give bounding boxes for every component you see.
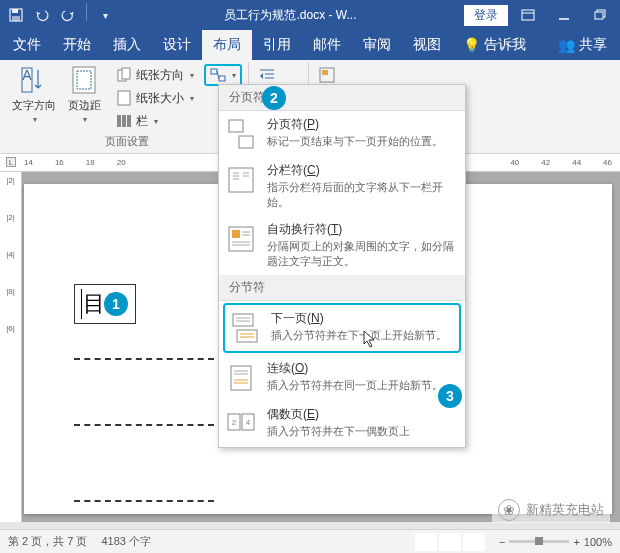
minimize-icon[interactable] [548, 3, 580, 27]
section-header: 分节符 [219, 275, 465, 301]
restore-icon[interactable] [584, 3, 616, 27]
column-break-item[interactable]: 分栏符(C)指示分栏符后面的文字将从下一栏开始。 [219, 157, 465, 216]
svg-rect-18 [211, 69, 217, 74]
qat-customize-icon[interactable]: ▾ [93, 3, 117, 27]
svg-rect-27 [322, 70, 328, 75]
next-page-icon [227, 310, 263, 346]
print-layout-button[interactable] [439, 533, 461, 551]
tab-mailings[interactable]: 邮件 [302, 30, 352, 60]
next-page-section-break-item[interactable]: 下一页(N)插入分节符并在下一页上开始新节。 [223, 303, 461, 353]
svg-rect-14 [118, 91, 130, 105]
even-page-section-break-item[interactable]: 24 偶数页(E)插入分节符并在下一偶数页上 [219, 401, 465, 447]
column-break-icon [223, 162, 259, 198]
read-mode-button[interactable] [415, 533, 437, 551]
position-button[interactable] [315, 64, 339, 86]
callout-3: 3 [438, 384, 462, 408]
tab-file[interactable]: 文件 [2, 30, 52, 60]
even-page-icon: 24 [223, 406, 259, 442]
svg-rect-16 [122, 115, 126, 127]
svg-rect-17 [127, 115, 131, 127]
breaks-dropdown: 分页符 分页符(P)标记一页结束与下一页开始的位置。 分栏符(C)指示分栏符后面… [218, 84, 466, 448]
page-size-icon [116, 90, 132, 106]
svg-rect-30 [229, 168, 253, 192]
svg-rect-1 [12, 9, 18, 13]
tab-design[interactable]: 设计 [152, 30, 202, 60]
tab-view[interactable]: 视图 [402, 30, 452, 60]
text-wrapping-break-item[interactable]: 自动换行符(T)分隔网页上的对象周围的文字，如分隔题注文字与正文。 [219, 216, 465, 275]
login-button[interactable]: 登录 [464, 5, 508, 26]
zoom-in-icon[interactable]: + [573, 536, 579, 548]
margins-button[interactable]: 页边距▾ [62, 64, 106, 124]
undo-icon[interactable] [30, 3, 54, 27]
web-layout-button[interactable] [463, 533, 485, 551]
tab-home[interactable]: 开始 [52, 30, 102, 60]
share-icon: 👥 [558, 37, 575, 53]
watermark: ❀ 新精英充电站 [492, 497, 610, 523]
continuous-section-break-item[interactable]: 连续(O)插入分节符并在同一页上开始新节。 [219, 355, 465, 401]
svg-rect-45 [237, 330, 257, 342]
tab-references[interactable]: 引用 [252, 30, 302, 60]
position-icon [319, 67, 335, 83]
page-break-icon [223, 116, 259, 152]
indent-left-button[interactable] [255, 64, 279, 86]
text-wrapping-icon [223, 221, 259, 257]
text-direction-icon: A [18, 64, 50, 96]
wechat-icon: ❀ [498, 499, 520, 521]
zoom-level[interactable]: 100% [584, 536, 612, 548]
tell-me[interactable]: 💡告诉我 [452, 30, 537, 60]
document-title: 员工行为规范.docx - W... [117, 7, 464, 24]
indent-left-icon [259, 67, 275, 83]
view-buttons [415, 533, 485, 551]
svg-rect-42 [233, 314, 253, 326]
orientation-button[interactable]: 纸张方向▾ [112, 64, 198, 86]
svg-rect-13 [122, 68, 130, 79]
margins-icon [68, 64, 100, 96]
tab-review[interactable]: 审阅 [352, 30, 402, 60]
svg-rect-15 [117, 115, 121, 127]
svg-text:4: 4 [246, 418, 251, 427]
quick-access-toolbar: ▾ [4, 3, 117, 27]
zoom-out-icon[interactable]: − [499, 536, 505, 548]
page-break-item[interactable]: 分页符(P)标记一页结束与下一页开始的位置。 [219, 111, 465, 157]
callout-2: 2 [262, 86, 286, 110]
share-button[interactable]: 👥共享 [547, 30, 618, 60]
tab-insert[interactable]: 插入 [102, 30, 152, 60]
columns-button[interactable]: 栏▾ [112, 110, 198, 132]
section-header: 分页符 [219, 85, 465, 111]
svg-rect-3 [522, 10, 534, 20]
zoom-control[interactable]: − + 100% [499, 536, 612, 548]
vertical-ruler: |2||2||4||8||6| [0, 172, 22, 522]
svg-text:A: A [22, 67, 32, 83]
save-icon[interactable] [4, 3, 28, 27]
svg-rect-48 [231, 366, 251, 390]
breaks-icon [210, 67, 226, 83]
callout-1: 1 [104, 292, 128, 316]
tab-layout[interactable]: 布局 [202, 30, 252, 60]
svg-text:2: 2 [232, 418, 237, 427]
redo-icon[interactable] [56, 3, 80, 27]
svg-rect-19 [219, 76, 225, 81]
breaks-button[interactable]: ▾ [204, 64, 242, 86]
word-count[interactable]: 4183 个字 [101, 534, 151, 549]
svg-rect-37 [232, 230, 240, 238]
lightbulb-icon: 💡 [463, 37, 480, 53]
ruler-tab-stop-icon[interactable]: L [6, 157, 16, 167]
ribbon-display-icon[interactable] [512, 3, 544, 27]
orientation-icon [116, 67, 132, 83]
continuous-icon [223, 360, 259, 396]
title-bar: ▾ 员工行为规范.docx - W... 登录 [0, 0, 620, 30]
svg-rect-7 [595, 12, 603, 19]
text-direction-button[interactable]: A 文字方向▾ [12, 64, 56, 124]
svg-rect-29 [239, 136, 253, 148]
page-indicator[interactable]: 第 2 页，共 7 页 [8, 534, 87, 549]
cursor-icon [363, 330, 377, 348]
size-button[interactable]: 纸张大小▾ [112, 87, 198, 109]
ribbon-tabs: 文件 开始 插入 设计 布局 引用 邮件 审阅 视图 💡告诉我 👥共享 [0, 30, 620, 60]
svg-rect-28 [229, 120, 243, 132]
group-label: 页面设置 [12, 132, 242, 151]
page-setup-group: A 文字方向▾ 页边距▾ 纸张方向▾ 纸张大小▾ 栏▾ [6, 62, 249, 153]
svg-rect-2 [12, 16, 20, 21]
status-bar: 第 2 页，共 7 页 4183 个字 − + 100% [0, 529, 620, 553]
columns-icon [116, 113, 132, 129]
zoom-slider[interactable] [509, 540, 569, 543]
